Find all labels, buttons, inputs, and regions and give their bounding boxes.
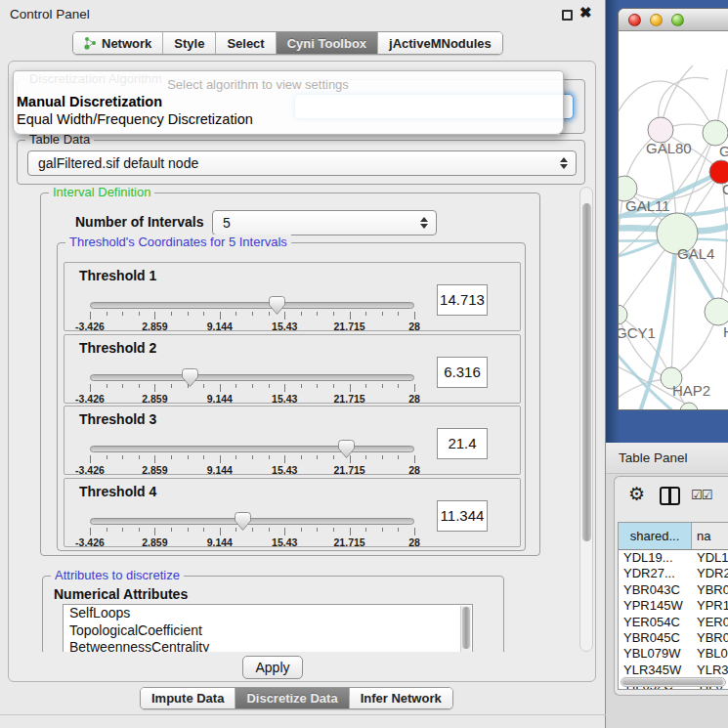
settings-scrollbar[interactable] xyxy=(579,187,593,652)
table-data-combo[interactable]: galFiltered.sif default node xyxy=(27,150,577,176)
tab-network[interactable]: Network xyxy=(73,32,163,54)
threshold-label: Threshold 3 xyxy=(79,411,156,427)
network-canvas[interactable]: GAL80GACGAL11GAL4GCY1HHAP2 xyxy=(619,32,728,410)
tick-label: 28 xyxy=(408,536,420,548)
network-node[interactable] xyxy=(680,403,698,410)
tab-jactivemnodules[interactable]: jActiveMNodules xyxy=(378,32,502,54)
column-header-shared-[interactable]: shared... xyxy=(619,523,692,549)
slider-track[interactable] xyxy=(90,446,414,452)
popup-item-equal-width-frequency[interactable]: Equal Width/Frequency Discretization xyxy=(17,111,253,127)
close-traffic-light-icon[interactable] xyxy=(628,14,641,26)
tick-label: -3.426 xyxy=(75,536,105,548)
tick-mark xyxy=(284,455,285,463)
network-node-label: GAL80 xyxy=(646,140,692,156)
network-node[interactable] xyxy=(705,298,728,325)
tick-label: 28 xyxy=(408,321,420,332)
table-row[interactable]: YLR345WYLR3 xyxy=(619,663,728,678)
threshold-value-field[interactable]: 14.713 xyxy=(437,284,488,316)
tick-mark xyxy=(414,455,415,463)
slider-tick-labels: -3.4262.8599.14415.4321.71528 xyxy=(90,393,414,405)
threshold-slider[interactable]: -3.4262.8599.14415.4321.71528 xyxy=(90,298,414,331)
split-columns-icon[interactable] xyxy=(660,487,680,505)
attribute-item[interactable]: TopologicalCoefficient xyxy=(64,622,472,640)
network-node-label: C xyxy=(722,181,728,197)
tick-mark xyxy=(220,528,221,535)
scrollbar-thumb[interactable] xyxy=(622,679,723,685)
table-cell: YDL19... xyxy=(619,550,692,566)
threshold-block: Threshold 4-3.4262.8599.14415.4321.71528… xyxy=(64,478,521,547)
slider-ticks xyxy=(90,312,414,321)
tick-mark xyxy=(203,384,204,388)
network-node[interactable] xyxy=(619,305,627,324)
network-node-label: HAP2 xyxy=(672,382,710,399)
table-cell: YPR145W xyxy=(619,598,692,614)
gear-icon[interactable]: ⚙ xyxy=(628,485,645,503)
tick-mark xyxy=(301,455,302,459)
table-cell: YDR2 xyxy=(692,566,728,581)
tick-mark xyxy=(90,528,91,535)
zoom-traffic-light-icon[interactable] xyxy=(671,14,684,26)
tick-label: 2.859 xyxy=(142,393,167,405)
float-window-icon[interactable] xyxy=(562,10,573,21)
stepper-icon[interactable] xyxy=(560,156,569,170)
table-panel: ⚙ ☑☑ shared...na YDL19...YDL1YDR27...YDR… xyxy=(614,476,728,696)
slider-tick-labels: -3.4262.8599.14415.4321.71528 xyxy=(90,464,414,476)
bottom-tab-discretize-data[interactable]: Discretize Data xyxy=(236,688,349,708)
table-cell: YBR0 xyxy=(692,582,728,598)
tick-mark xyxy=(188,312,189,316)
number-of-intervals-value: 5 xyxy=(223,215,231,231)
scrollbar-thumb[interactable] xyxy=(582,203,591,541)
threshold-slider[interactable]: -3.4262.8599.14415.4321.71528 xyxy=(90,514,414,547)
close-icon[interactable]: ✖ xyxy=(579,4,592,21)
tick-mark xyxy=(154,312,155,320)
tick-mark xyxy=(269,312,270,316)
table-row[interactable]: YDL19...YDL1 xyxy=(619,550,728,566)
number-of-intervals-combo[interactable]: 5 xyxy=(212,210,437,236)
slider-track[interactable] xyxy=(90,302,414,309)
threshold-slider[interactable]: -3.4262.8599.14415.4321.71528 xyxy=(90,370,414,404)
table-row[interactable]: YPR145WYPR1 xyxy=(619,598,728,614)
table-row[interactable]: YER054CYER0 xyxy=(619,615,728,630)
threshold-value-field[interactable]: 21.4 xyxy=(437,428,488,459)
table-row[interactable]: YBR045CYBR0 xyxy=(619,630,728,646)
tick-mark xyxy=(154,384,155,392)
tick-mark xyxy=(284,312,285,320)
apply-button[interactable]: Apply xyxy=(242,656,303,679)
minimize-traffic-light-icon[interactable] xyxy=(650,14,663,26)
tick-mark xyxy=(203,312,204,316)
threshold-slider[interactable]: -3.4262.8599.14415.4321.71528 xyxy=(90,442,414,475)
tab-style[interactable]: Style xyxy=(163,32,216,54)
select-checkboxes-icon[interactable]: ☑☑ xyxy=(691,488,711,502)
tick-mark xyxy=(350,312,351,320)
bottom-tab-infer-network[interactable]: Infer Network xyxy=(350,688,452,708)
tick-mark xyxy=(171,528,172,532)
tick-mark xyxy=(252,384,253,388)
stepper-icon[interactable] xyxy=(420,216,429,230)
network-window-titlebar[interactable] xyxy=(619,9,728,31)
bottom-tab-impute-data[interactable]: Impute Data xyxy=(141,688,236,708)
popup-item-manual-discretization[interactable]: Manual Discretization xyxy=(17,94,162,109)
top-tab-bar: NetworkStyleSelectCyni ToolboxjActiveMNo… xyxy=(72,31,503,55)
attribute-item[interactable]: SelfLoops xyxy=(64,605,472,622)
table-row[interactable]: YBL079WYBL0 xyxy=(619,646,728,662)
slider-track[interactable] xyxy=(90,374,414,381)
tab-cyni-toolbox[interactable]: Cyni Toolbox xyxy=(277,32,378,54)
tick-mark xyxy=(398,528,399,532)
attributes-list-scrollbar[interactable] xyxy=(460,606,471,652)
tick-mark xyxy=(90,312,91,320)
tab-select[interactable]: Select xyxy=(216,32,276,54)
threshold-value-field[interactable]: 11.344 xyxy=(437,500,488,532)
column-header-na[interactable]: na xyxy=(692,523,728,549)
tick-mark xyxy=(90,384,91,392)
table-row[interactable]: YDR27...YDR2 xyxy=(619,566,728,581)
threshold-value-field[interactable]: 6.316 xyxy=(437,357,488,388)
tick-mark xyxy=(317,312,318,316)
tick-mark xyxy=(252,455,253,459)
tick-mark xyxy=(139,455,140,459)
tick-mark xyxy=(398,455,399,459)
table-row[interactable]: YBR043CYBR0 xyxy=(619,582,728,598)
scrollbar-thumb[interactable] xyxy=(462,607,470,649)
table-horizontal-scrollbar[interactable] xyxy=(621,677,726,687)
slider-track[interactable] xyxy=(90,518,414,525)
attribute-item[interactable]: BetweennessCentrality xyxy=(64,639,472,652)
